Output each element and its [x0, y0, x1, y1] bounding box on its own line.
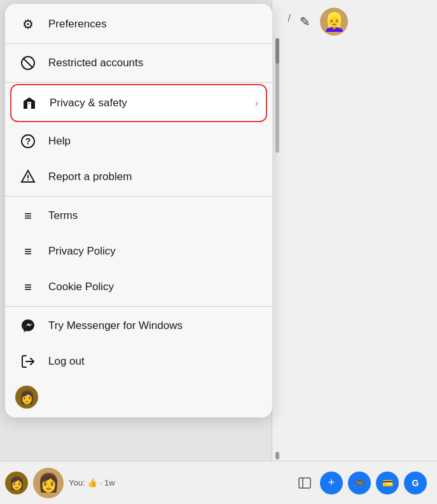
menu-item-cookie-policy[interactable]: ≡ Cookie Policy — [5, 269, 272, 305]
divider-1 — [5, 43, 272, 44]
edit-icon[interactable]: ✎ — [293, 10, 316, 33]
more-button[interactable]: G — [404, 472, 427, 494]
divider-4 — [5, 306, 272, 307]
breadcrumb: / — [288, 13, 291, 24]
menu-item-report-problem[interactable]: Report a problem — [5, 159, 272, 195]
menu-item-try-messenger[interactable]: Try Messenger for Windows — [5, 308, 272, 344]
privacy-safety-label: Privacy & safety — [50, 97, 245, 109]
bottom-left-avatar[interactable]: 👩 — [5, 472, 28, 494]
messenger-icon — [18, 316, 38, 336]
plus-button[interactable]: + — [320, 472, 343, 494]
svg-rect-9 — [299, 478, 310, 488]
bottom-bar: 👩 👩 You: 👍 · 1w + 🎮 💳 G — [0, 461, 437, 504]
dropdown-menu: ⚙ Preferences Restricted accounts Privac… — [5, 4, 272, 417]
menu-item-preferences[interactable]: ⚙ Preferences — [5, 6, 272, 42]
privacy-icon — [19, 93, 39, 113]
menu-item-privacy-policy[interactable]: ≡ Privacy Policy — [5, 234, 272, 269]
logout-icon — [18, 351, 38, 372]
privacy-policy-icon: ≡ — [18, 241, 38, 262]
warning-icon — [18, 167, 38, 187]
message-preview: You: 👍 · 1w — [69, 478, 289, 487]
cookie-policy-icon: ≡ — [18, 277, 38, 297]
games-button[interactable]: 🎮 — [348, 472, 371, 494]
scrollbar[interactable] — [275, 38, 279, 153]
preferences-label: Preferences — [48, 18, 260, 31]
svg-point-3 — [29, 103, 30, 104]
restricted-accounts-label: Restricted accounts — [48, 57, 260, 69]
restricted-icon — [18, 53, 38, 73]
report-problem-label: Report a problem — [48, 171, 260, 183]
log-out-label: Log out — [48, 355, 260, 368]
svg-line-1 — [24, 59, 32, 67]
menu-item-terms[interactable]: ≡ Terms — [5, 198, 272, 234]
divider-3 — [5, 196, 272, 197]
help-label: Help — [48, 135, 260, 148]
right-panel — [272, 0, 437, 504]
avatar-top-right: 👱‍♀️ — [320, 8, 348, 36]
sidebar-toggle-icon[interactable] — [295, 473, 315, 493]
help-icon: ? — [18, 131, 38, 151]
menu-item-help[interactable]: ? Help — [5, 123, 272, 159]
terms-label: Terms — [48, 209, 260, 222]
divider-2 — [5, 82, 272, 83]
svg-point-7 — [27, 179, 29, 181]
menu-bottom-user-row: 👩 — [5, 379, 272, 415]
try-messenger-label: Try Messenger for Windows — [48, 319, 260, 332]
menu-item-restricted-accounts[interactable]: Restricted accounts — [5, 45, 272, 81]
message-preview-text: You: 👍 · 1w — [69, 478, 289, 487]
menu-user-avatar: 👩 — [15, 386, 38, 409]
gear-icon: ⚙ — [18, 14, 38, 34]
privacy-policy-label: Privacy Policy — [48, 245, 260, 258]
wallet-button[interactable]: 💳 — [376, 472, 399, 494]
bottom-scroll — [275, 452, 279, 459]
bottom-user-avatar[interactable]: 👩 — [33, 468, 64, 498]
scroll-thumb[interactable] — [275, 38, 279, 64]
menu-item-log-out[interactable]: Log out — [5, 344, 272, 379]
bottom-actions: + 🎮 💳 G — [320, 472, 427, 494]
cookie-policy-label: Cookie Policy — [48, 281, 260, 293]
menu-item-privacy-safety[interactable]: Privacy & safety › — [10, 84, 267, 122]
svg-text:?: ? — [25, 136, 31, 146]
chevron-right-icon: › — [255, 97, 258, 109]
terms-icon: ≡ — [18, 206, 38, 226]
